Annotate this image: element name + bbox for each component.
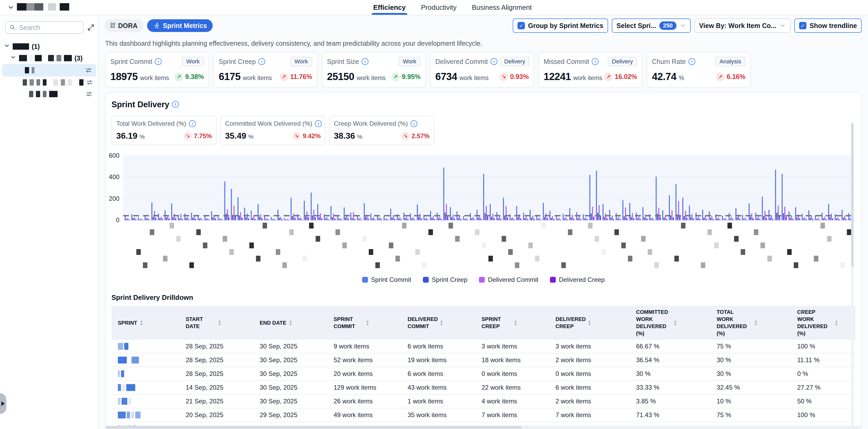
- bar-group[interactable]: [676, 184, 680, 220]
- sort-icon[interactable]: [754, 320, 757, 326]
- info-icon[interactable]: [410, 120, 417, 127]
- bar-group[interactable]: [483, 174, 488, 220]
- column-header-sprint-commit[interactable]: SPRINT COMMIT: [332, 313, 406, 333]
- bar-group[interactable]: [138, 217, 143, 220]
- workspace-selector[interactable]: [7, 0, 69, 15]
- column-header-creep-work-delivered-[interactable]: CREEP WORK DELIVERED (%): [796, 306, 855, 340]
- bar-group[interactable]: [689, 206, 694, 220]
- bar-group[interactable]: [622, 200, 627, 220]
- expand-icon[interactable]: [87, 24, 95, 31]
- bar-group[interactable]: [450, 207, 455, 220]
- bar-group[interactable]: [463, 216, 468, 220]
- bar-group[interactable]: [828, 204, 833, 220]
- info-icon[interactable]: [258, 58, 265, 65]
- tab-efficiency[interactable]: Efficiency: [373, 0, 406, 15]
- column-header-sprint[interactable]: SPRINT: [112, 317, 184, 329]
- sort-icon[interactable]: [140, 320, 143, 326]
- table-row[interactable]: 28 Sep, 202530 Sep, 202552 work items19 …: [112, 353, 855, 367]
- bar-group[interactable]: [410, 213, 415, 220]
- legend-item-delivered-creep[interactable]: Delivered Creep: [550, 276, 604, 283]
- info-icon[interactable]: [155, 58, 162, 65]
- sort-icon[interactable]: [674, 320, 677, 326]
- sort-icon[interactable]: [366, 320, 369, 326]
- filter-sliders-icon[interactable]: [85, 67, 92, 74]
- bar-group[interactable]: [470, 213, 475, 220]
- tab-productivity[interactable]: Productivity: [421, 0, 457, 15]
- bar-group[interactable]: [563, 214, 568, 220]
- table-vertical-scrollbar[interactable]: [851, 122, 854, 429]
- table-row[interactable]: 14 Sep, 202530 Sep, 2025129 work items43…: [112, 380, 855, 394]
- bar-group[interactable]: [682, 197, 687, 220]
- bar-group[interactable]: [271, 217, 276, 220]
- sort-icon[interactable]: [440, 320, 443, 326]
- legend-item-delivered-commit[interactable]: Delivered Commit: [479, 276, 538, 283]
- search-input[interactable]: [19, 24, 79, 32]
- bar-group[interactable]: [344, 207, 349, 220]
- bar-group[interactable]: [616, 213, 621, 220]
- dora-tab-button[interactable]: DORA DORA: [104, 19, 144, 32]
- select-sprints-dropdown[interactable]: Select Spri... 250: [612, 19, 691, 33]
- bar-group[interactable]: [643, 207, 647, 220]
- column-header-delivered-commit[interactable]: DELIVERED COMMIT: [406, 313, 480, 333]
- search-box[interactable]: [5, 21, 84, 34]
- chevron-down-icon[interactable]: [10, 54, 17, 62]
- sidebar-tree-item[interactable]: (1): [0, 41, 98, 52]
- bar-group[interactable]: [238, 197, 243, 220]
- info-icon[interactable]: [189, 120, 196, 127]
- table-row[interactable]: 28 Sep, 202530 Sep, 20259 work items6 wo…: [112, 340, 855, 353]
- sort-icon[interactable]: [588, 320, 591, 326]
- bar-group[interactable]: [569, 208, 574, 220]
- checkbox-checked-icon[interactable]: [799, 22, 806, 29]
- sidebar-tree-item[interactable]: [2, 64, 96, 76]
- bar-group[interactable]: [218, 217, 223, 220]
- bar-group[interactable]: [669, 195, 674, 220]
- sidebar-tree-item[interactable]: [0, 88, 98, 100]
- info-icon[interactable]: [172, 101, 179, 108]
- info-icon[interactable]: [362, 58, 369, 65]
- bar-group[interactable]: [735, 208, 740, 220]
- column-header-sprint-creep[interactable]: SPRINT CREEP: [480, 313, 554, 333]
- bar-group[interactable]: [191, 213, 196, 220]
- bar-group[interactable]: [589, 175, 594, 220]
- bar-group[interactable]: [417, 205, 422, 220]
- bar-group[interactable]: [364, 203, 369, 220]
- bar-group[interactable]: [516, 206, 521, 220]
- bar-group[interactable]: [795, 207, 800, 220]
- bar-group[interactable]: [503, 197, 508, 220]
- bar-group[interactable]: [290, 197, 296, 220]
- column-header-total-work-delivered-[interactable]: TOTAL WORK DELIVERED (%): [715, 306, 796, 340]
- checkbox-checked-icon[interactable]: [518, 22, 525, 29]
- filter-sliders-icon[interactable]: [86, 79, 93, 86]
- bar-group[interactable]: [284, 218, 289, 220]
- bar-group[interactable]: [656, 177, 661, 220]
- view-by-dropdown[interactable]: View By: Work Item Co...: [694, 19, 790, 33]
- bar-group[interactable]: [244, 208, 249, 220]
- bar-group[interactable]: [205, 216, 210, 220]
- sort-icon[interactable]: [835, 320, 838, 326]
- bar-group[interactable]: [762, 196, 767, 220]
- column-header-delivered-creep[interactable]: DELIVERED CREEP: [554, 313, 634, 333]
- filter-sliders-icon[interactable]: [86, 91, 92, 97]
- bar-group[interactable]: [728, 213, 734, 220]
- bar-group[interactable]: [782, 174, 787, 220]
- bar-group[interactable]: [125, 216, 130, 220]
- sort-icon[interactable]: [514, 320, 517, 326]
- bar-group[interactable]: [171, 204, 176, 220]
- table-row[interactable]: 21 Sep, 202530 Sep, 202526 work items1 w…: [112, 394, 855, 408]
- column-header-start-date[interactable]: START DATE: [184, 313, 258, 333]
- show-trendline-toggle[interactable]: Show trendline: [794, 19, 862, 33]
- legend-item-sprint-commit[interactable]: Sprint Commit: [362, 276, 411, 283]
- bar-group[interactable]: [370, 213, 375, 220]
- bar-group[interactable]: [596, 171, 601, 220]
- info-icon[interactable]: [315, 120, 322, 127]
- column-header-committed-work-delivered-[interactable]: COMMITTED WORK DELIVERED (%): [634, 306, 715, 340]
- bar-group[interactable]: [443, 167, 448, 220]
- bar-group[interactable]: [257, 204, 262, 220]
- group-by-sprint-metrics-toggle[interactable]: Group by Sprint Metrics: [513, 19, 608, 33]
- bar-group[interactable]: [151, 202, 156, 220]
- bar-group[interactable]: [629, 203, 634, 220]
- horizontal-scrollbar[interactable]: [105, 426, 861, 429]
- bar-group[interactable]: [224, 182, 229, 220]
- sidebar-collapse-button[interactable]: [0, 393, 6, 414]
- info-icon[interactable]: [592, 58, 598, 65]
